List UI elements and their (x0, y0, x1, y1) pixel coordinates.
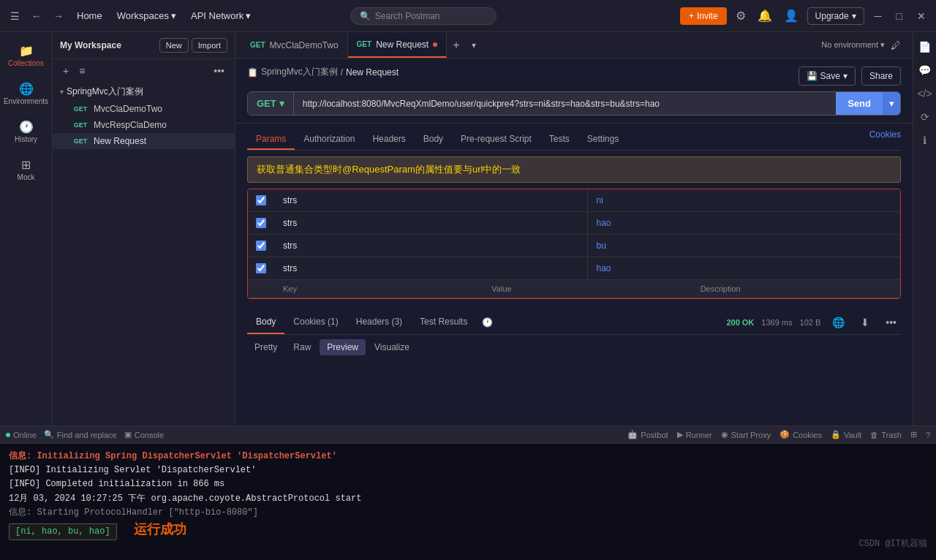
download-icon[interactable]: ⬇ (856, 314, 874, 331)
share-button[interactable]: Share (861, 67, 901, 86)
upgrade-button[interactable]: Upgrade ▾ (807, 7, 864, 25)
row-checkbox-1[interactable] (248, 189, 274, 211)
environment-selector[interactable]: No environment ▾ (821, 40, 885, 50)
response-tab-body[interactable]: Body (247, 311, 284, 334)
cookies-link[interactable]: Cookies (869, 129, 901, 150)
params-tab-auth[interactable]: Authorization (295, 129, 363, 150)
list-item[interactable]: GET MvcClaDemoTwo (53, 101, 235, 117)
row-checkbox-4[interactable] (248, 257, 274, 279)
format-raw[interactable]: Raw (286, 339, 318, 355)
home-link[interactable]: Home (71, 7, 108, 24)
start-proxy-item[interactable]: ◉ Start Proxy (721, 430, 771, 439)
forward-icon[interactable]: → (49, 7, 68, 25)
tab-mvccla[interactable]: GET MvcClaDemoTwo (241, 32, 348, 58)
method-select[interactable]: GET ▾ (248, 92, 294, 115)
list-item[interactable]: GET MvcRespClaDemo (53, 117, 235, 133)
online-dot (6, 433, 10, 437)
console-icon: ▣ (124, 430, 132, 439)
param-key[interactable]: strs (274, 189, 588, 211)
param-value[interactable]: bu (588, 235, 901, 257)
info-icon[interactable]: ℹ (920, 132, 929, 149)
row-checkbox-2[interactable] (248, 212, 274, 234)
request-name: New Request (94, 136, 146, 146)
vault-label: Vault (844, 431, 861, 439)
invite-button[interactable]: + Invite (680, 7, 727, 25)
new-button[interactable]: New (159, 38, 189, 53)
console-item[interactable]: ▣ Console (124, 430, 164, 439)
params-tab-params[interactable]: Params (247, 129, 295, 150)
add-tab-button[interactable]: + (447, 36, 465, 55)
minimize-icon[interactable]: ─ (870, 7, 886, 25)
sidebar-item-mock-label: Mock (18, 173, 35, 181)
params-tab-headers[interactable]: Headers (363, 129, 414, 150)
url-input[interactable] (294, 93, 836, 115)
trash-label: Trash (881, 431, 902, 439)
settings-icon[interactable]: ⚙ (733, 6, 749, 26)
sort-icon[interactable]: ≡ (76, 64, 88, 78)
format-preview[interactable]: Preview (320, 339, 366, 355)
param-value[interactable]: ni (588, 189, 901, 211)
params-tab-tests[interactable]: Tests (540, 129, 578, 150)
tab-newrequest[interactable]: GET New Request (348, 32, 448, 58)
param-key[interactable]: strs (274, 235, 588, 257)
environments-icon: 🌐 (19, 82, 34, 96)
collection-springmvc[interactable]: ▾ SpringMvc入门案例 (53, 83, 235, 101)
sidebar-item-environments[interactable]: 🌐 Environments (4, 76, 48, 111)
param-key[interactable]: strs (274, 212, 588, 234)
search-icon: 🔍 (360, 11, 371, 21)
cookies-item[interactable]: 🍪 Cookies (780, 430, 822, 439)
params-tab-prerequest[interactable]: Pre-request Script (452, 129, 540, 150)
sidebar-item-collections[interactable]: 📁 Collections (4, 38, 48, 73)
param-key[interactable]: strs (274, 257, 588, 279)
sidebar-item-collections-label: Collections (8, 59, 44, 67)
param-value[interactable]: hao (588, 257, 901, 279)
close-icon[interactable]: ✕ (913, 7, 930, 25)
add-collection-icon[interactable]: + (60, 64, 72, 78)
params-tab-settings[interactable]: Settings (578, 129, 627, 150)
response-tab-cookies[interactable]: Cookies (1) (284, 311, 347, 334)
param-value[interactable]: hao (588, 212, 901, 234)
comment-icon[interactable]: 💬 (916, 61, 934, 79)
runner-item[interactable]: ▶ Runner (677, 430, 712, 439)
send-button[interactable]: Send (836, 92, 883, 115)
grid-icon[interactable]: ⊞ (910, 430, 917, 439)
sidebar-item-environments-label: Environments (4, 97, 48, 105)
sidebar-item-mock[interactable]: ⊞ Mock (4, 152, 48, 187)
method-label: GET (257, 98, 276, 109)
trash-icon: 🗑 (870, 431, 878, 439)
search-bar[interactable]: 🔍 Search Postman (350, 7, 497, 25)
globe-icon[interactable]: 🌐 (828, 314, 849, 331)
document-icon[interactable]: 📄 (916, 38, 934, 56)
params-table: strs ni strs hao strs bu strs hao (247, 189, 901, 299)
bell-icon[interactable]: 🔔 (755, 6, 775, 26)
tab-overflow-chevron[interactable]: ▾ (466, 37, 482, 53)
help-icon[interactable]: ? (926, 430, 930, 439)
workspaces-menu[interactable]: Workspaces ▾ (111, 7, 182, 24)
more-options-icon[interactable]: ••• (881, 314, 901, 331)
trash-item[interactable]: 🗑 Trash (870, 430, 902, 439)
postbot-item[interactable]: 🤖 Postbot (627, 430, 668, 439)
list-item[interactable]: GET New Request (53, 133, 235, 149)
code-icon[interactable]: </> (914, 85, 935, 102)
table-row: strs hao (248, 212, 900, 235)
refresh-icon[interactable]: ⟳ (918, 108, 932, 126)
hamburger-icon[interactable]: ☰ (6, 7, 24, 25)
environment-edit-icon[interactable]: 🖊 (885, 37, 907, 54)
vault-item[interactable]: 🔒 Vault (831, 430, 861, 439)
params-tab-body[interactable]: Body (415, 129, 452, 150)
sidebar-item-history[interactable]: 🕐 History (4, 114, 48, 149)
back-icon[interactable]: ← (27, 7, 46, 25)
row-checkbox-3[interactable] (248, 235, 274, 257)
api-network-menu[interactable]: API Network ▾ (185, 7, 257, 24)
response-tab-headers[interactable]: Headers (3) (347, 311, 411, 334)
save-button[interactable]: 💾 Save ▾ (799, 67, 856, 86)
response-tab-test[interactable]: Test Results (411, 311, 476, 334)
send-chevron-button[interactable]: ▾ (883, 92, 900, 115)
import-button[interactable]: Import (192, 38, 227, 53)
format-pretty[interactable]: Pretty (247, 339, 284, 355)
maximize-icon[interactable]: □ (892, 7, 907, 25)
format-visualize[interactable]: Visualize (367, 339, 417, 355)
more-icon[interactable]: ••• (211, 64, 227, 78)
avatar-icon[interactable]: 👤 (781, 6, 801, 26)
find-replace-item[interactable]: 🔍 Find and replace (44, 430, 117, 439)
